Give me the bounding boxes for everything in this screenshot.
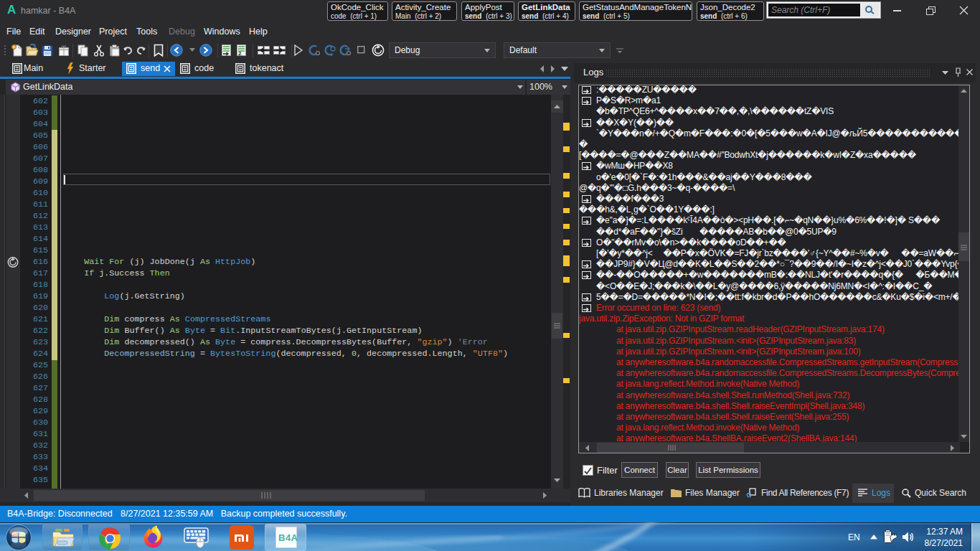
- svg-text:2: 2: [238, 50, 242, 57]
